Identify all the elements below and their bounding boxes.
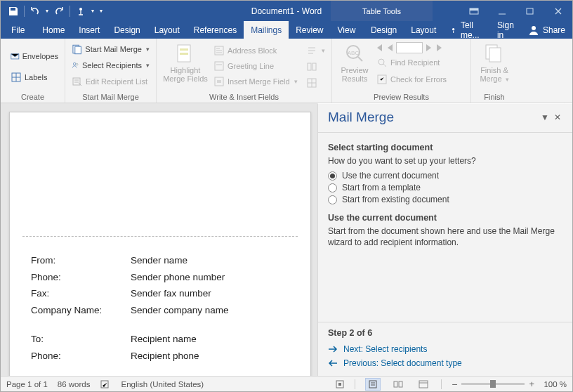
field-value[interactable]: Sender fax number — [131, 286, 229, 301]
group-create: Envelopes Labels Create — [1, 39, 65, 103]
undo-icon[interactable] — [27, 3, 44, 20]
start-mail-merge-button[interactable]: Start Mail Merge▾ — [69, 41, 152, 57]
redo-icon[interactable] — [51, 3, 67, 20]
window-controls — [460, 1, 572, 21]
field-label: Phone: — [31, 348, 129, 364]
address-block-button[interactable]: Address Block — [211, 43, 301, 58]
svg-rect-35 — [419, 381, 428, 388]
touch-mode-icon[interactable] — [72, 3, 89, 20]
save-icon[interactable] — [5, 3, 22, 20]
tab-view[interactable]: View — [331, 21, 363, 39]
tab-mailings[interactable]: Mailings — [244, 21, 289, 39]
pane-options-icon[interactable]: ▼ — [539, 112, 551, 122]
touch-dropdown-icon[interactable]: ▾ — [89, 3, 96, 20]
group-write-insert-fields: HighlightMerge Fields Address Block Gree… — [157, 39, 332, 103]
rules-button[interactable]: ▾ — [305, 43, 327, 58]
share-button[interactable]: Share — [521, 21, 572, 39]
match-fields-button[interactable] — [305, 59, 327, 74]
insert-merge-field-button[interactable]: Insert Merge Field▾ — [211, 74, 301, 89]
web-layout-view-icon[interactable] — [416, 378, 431, 391]
field-value[interactable]: Recipient phone — [131, 348, 229, 364]
labels-button[interactable]: Labels — [8, 70, 61, 85]
prev-step-link[interactable]: Previous: Select document type — [328, 356, 562, 370]
document-area[interactable]: From:Sender name Phone:Sender phone numb… — [1, 103, 317, 376]
tab-home[interactable]: Home — [35, 21, 72, 39]
svg-point-10 — [73, 63, 75, 65]
tab-file[interactable]: File — [1, 21, 35, 39]
arrow-left-icon — [328, 359, 338, 367]
quick-access-toolbar: ▾ ▾ ▾ — [1, 3, 106, 20]
prev-record-icon[interactable] — [386, 43, 394, 53]
svg-point-11 — [76, 63, 78, 65]
pane-close-icon[interactable]: ✕ — [551, 112, 564, 122]
tab-layout[interactable]: Layout — [147, 21, 187, 39]
field-value[interactable]: Sender phone number — [131, 270, 229, 285]
tab-references[interactable]: References — [187, 21, 244, 39]
read-mode-view-icon[interactable] — [390, 378, 406, 391]
proofing-icon[interactable] — [100, 379, 112, 389]
check-for-errors-button[interactable]: Check for Errors — [374, 72, 449, 87]
zoom-level[interactable]: 100 % — [539, 380, 567, 388]
word-count[interactable]: 86 words — [58, 380, 91, 388]
select-recipients-button[interactable]: Select Recipients▾ — [69, 58, 152, 73]
svg-rect-3 — [527, 8, 533, 14]
record-number-input[interactable] — [396, 42, 423, 53]
svg-rect-20 — [308, 63, 311, 70]
envelopes-button[interactable]: Envelopes — [8, 48, 61, 64]
ribbon-display-icon[interactable] — [460, 1, 488, 21]
svg-rect-12 — [73, 78, 80, 85]
first-record-icon[interactable] — [374, 43, 383, 53]
svg-rect-15 — [180, 53, 188, 55]
field-value[interactable]: Sender name — [131, 253, 229, 268]
next-step-link[interactable]: Next: Select recipients — [328, 342, 562, 356]
maximize-icon[interactable] — [516, 1, 544, 21]
tab-review[interactable]: Review — [289, 21, 330, 39]
arrow-right-icon — [328, 345, 338, 353]
undo-dropdown-icon[interactable]: ▾ — [44, 3, 51, 20]
radio-use-current[interactable]: Use the current document — [328, 171, 562, 181]
group-label: Create — [1, 92, 65, 103]
document-page[interactable]: From:Sender name Phone:Sender phone numb… — [9, 112, 311, 376]
finish-merge-button[interactable]: Finish &Merge ▾ — [475, 41, 514, 92]
last-record-icon[interactable] — [435, 43, 445, 53]
group-label: Start Mail Merge — [65, 92, 156, 103]
radio-start-template[interactable]: Start from a template — [328, 183, 562, 192]
find-recipient-button[interactable]: Find Recipient — [374, 55, 449, 70]
greeting-line-button[interactable]: Greeting Line — [211, 58, 301, 74]
pane-text: Start from the document shown here and u… — [328, 226, 562, 248]
language[interactable]: English (United States) — [121, 380, 204, 388]
mail-merge-pane: Mail Merge ▼ ✕ Select starting document … — [317, 103, 572, 376]
zoom-in-icon[interactable]: + — [529, 379, 534, 389]
page-number[interactable]: Page 1 of 1 — [6, 380, 48, 388]
preview-results-button[interactable]: ABC PreviewResults — [336, 41, 374, 92]
tab-table-design[interactable]: Design — [364, 21, 404, 39]
print-layout-view-icon[interactable] — [365, 378, 381, 391]
sign-in-link[interactable]: Sign in — [490, 21, 521, 39]
tab-table-layout[interactable]: Layout — [404, 21, 443, 39]
field-label: Company Name: — [31, 303, 129, 318]
tell-me-search[interactable]: Tell me... — [443, 21, 490, 39]
radio-start-existing[interactable]: Start from existing document — [328, 195, 562, 204]
highlight-merge-fields-button[interactable]: HighlightMerge Fields — [160, 41, 211, 92]
tab-insert[interactable]: Insert — [72, 21, 107, 39]
zoom-out-icon[interactable]: − — [452, 379, 457, 390]
group-preview-results: ABC PreviewResults Find Recipient Ch — [332, 39, 471, 103]
next-record-icon[interactable] — [425, 43, 433, 53]
svg-rect-34 — [399, 381, 402, 387]
macro-icon[interactable] — [335, 379, 345, 389]
field-label: To: — [31, 332, 129, 347]
tab-design[interactable]: Design — [107, 21, 147, 39]
field-value[interactable]: Sender company name — [131, 303, 229, 318]
group-finish: Finish &Merge ▾ Finish — [471, 39, 518, 103]
minimize-icon[interactable] — [488, 1, 516, 21]
update-labels-button[interactable] — [305, 75, 327, 91]
zoom-slider[interactable] — [461, 383, 525, 385]
close-icon[interactable] — [544, 1, 572, 21]
qat-customize-icon[interactable]: ▾ — [96, 3, 106, 20]
pane-heading: Select starting document — [328, 143, 562, 152]
svg-rect-21 — [312, 63, 316, 70]
edit-recipient-list-button[interactable]: Edit Recipient List — [69, 74, 152, 89]
group-start-mail-merge: Start Mail Merge▾ Select Recipients▾ Edi… — [65, 39, 157, 103]
field-value[interactable]: Recipient name — [131, 332, 229, 347]
status-bar: Page 1 of 1 86 words English (United Sta… — [1, 376, 572, 391]
